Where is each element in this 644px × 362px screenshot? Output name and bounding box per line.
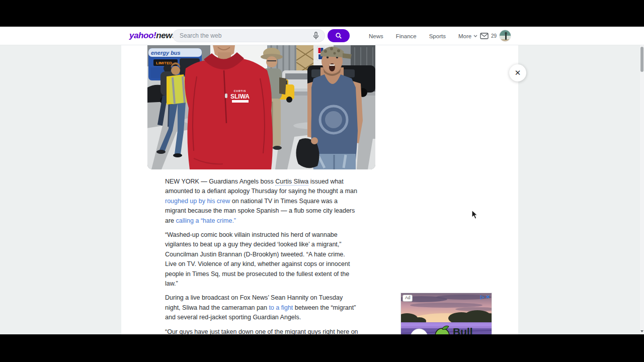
nav-item-sports[interactable]: Sports (429, 33, 446, 39)
svg-text:SLIWA: SLIWA (230, 93, 250, 100)
search-input[interactable] (173, 32, 311, 39)
letterbox-bottom (0, 334, 644, 362)
yahoo-news-page: yahoo!news News F (0, 27, 644, 334)
scrollbar-thumb[interactable] (640, 47, 643, 72)
scrollbar-down-arrow[interactable] (640, 329, 644, 333)
article-link[interactable]: roughed up by his crew (165, 198, 230, 205)
letterbox-top (0, 0, 644, 27)
chevron-down-icon (473, 35, 477, 37)
mail-button[interactable]: 29 (480, 27, 497, 45)
ad-close-icon[interactable]: ✕ (486, 295, 490, 300)
page-content: energy bus LIMITED (0, 45, 644, 334)
avatar-image (500, 30, 511, 42)
article-paragraph: During a live broadcast on Fox News’ Sea… (165, 293, 358, 322)
svg-text:LIMITED: LIMITED (156, 61, 172, 65)
microphone-icon[interactable] (311, 31, 320, 40)
article-text: NEW YORK — Guardians Angels boss (165, 178, 275, 185)
svg-text:Bull: Bull (453, 326, 473, 334)
nav-item-more[interactable]: More (458, 33, 477, 39)
article-card: energy bus LIMITED (121, 45, 518, 334)
display-ad[interactable]: USDA Bull Ad ▷ ✕ (401, 293, 492, 334)
article-link[interactable]: Curtis Sliwa (275, 178, 308, 186)
adchoices-icon[interactable]: ▷ (480, 295, 485, 300)
article-link[interactable]: calling a “hate crime.” (176, 217, 236, 224)
article-body: NEW YORK — Guardians Angels boss Curtis … (165, 177, 358, 334)
search-box[interactable] (173, 29, 325, 42)
search-button[interactable] (328, 29, 350, 42)
article-text: “Washed-up comic book villain instructed… (165, 231, 350, 287)
svg-text:CURTIS: CURTIS (234, 89, 247, 93)
mail-count-badge: 29 (491, 33, 497, 39)
article-paragraph: “Washed-up comic book villain instructed… (165, 230, 358, 289)
profile-avatar[interactable] (499, 30, 511, 42)
mail-icon (480, 33, 489, 39)
browser-viewport: yahoo!news News F (0, 0, 644, 362)
ad-badge: Ad (403, 295, 413, 302)
yahoo-news-logo[interactable]: yahoo!news (129, 31, 177, 41)
top-nav: News Finance Sports More (369, 27, 477, 45)
search-icon (335, 32, 342, 39)
nav-item-finance[interactable]: Finance (396, 33, 417, 39)
nav-item-news[interactable]: News (369, 33, 383, 39)
logo-yahoo: yahoo! (129, 31, 156, 40)
article-paragraph: NEW YORK — Guardians Angels boss Curtis … (165, 177, 358, 226)
svg-text:energy bus: energy bus (151, 50, 181, 56)
article-link[interactable]: to a fight (269, 304, 293, 311)
scrollbar-track[interactable] (640, 45, 644, 334)
article-text: “Our guys have just taken down one of th… (165, 328, 358, 334)
ad-image: USDA Bull (401, 293, 492, 334)
site-header: yahoo!news News F (0, 27, 644, 45)
article-hero-image[interactable]: energy bus LIMITED (147, 45, 375, 169)
close-button[interactable]: ✕ (509, 64, 526, 81)
article-paragraph: “Our guys have just taken down one of th… (165, 327, 358, 334)
